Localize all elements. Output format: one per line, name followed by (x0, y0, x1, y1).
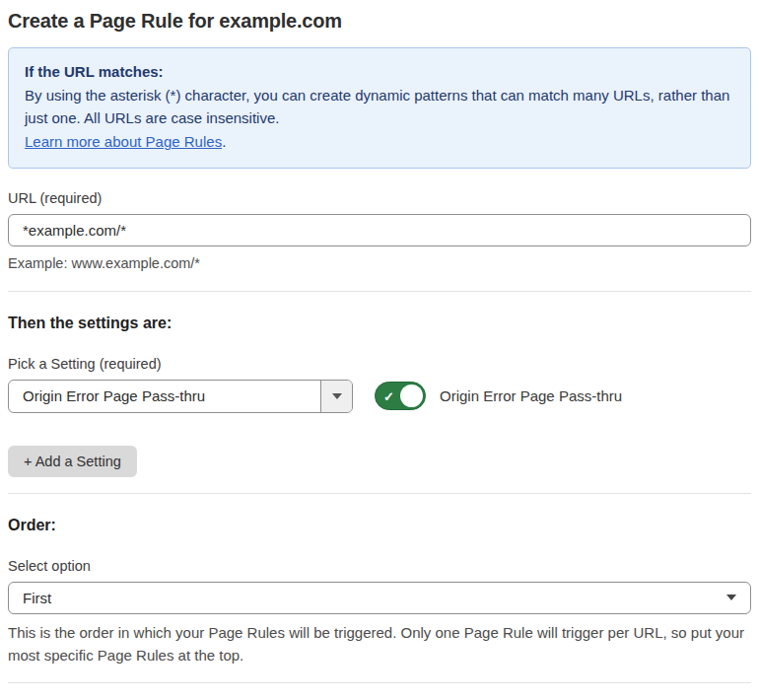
info-box-body: By using the asterisk (*) character, you… (25, 84, 734, 130)
chevron-down-icon (332, 393, 342, 399)
add-setting-button[interactable]: + Add a Setting (8, 446, 137, 477)
link-period: . (222, 133, 226, 150)
order-select-value: First (23, 590, 51, 606)
url-input[interactable] (8, 214, 751, 246)
check-icon: ✓ (383, 389, 394, 402)
create-page-rule-form: Create a Page Rule for example.com If th… (0, 0, 759, 700)
setting-picker-dropdown-button[interactable] (320, 381, 352, 412)
info-box-link-line: Learn more about Page Rules. (25, 130, 734, 154)
learn-more-link[interactable]: Learn more about Page Rules (25, 133, 222, 150)
divider (8, 291, 751, 292)
url-label: URL (required) (8, 190, 751, 206)
order-helper-text: This is the order in which your Page Rul… (8, 621, 751, 667)
info-box-heading: If the URL matches: (25, 60, 734, 84)
setting-row: Origin Error Page Pass-thru ✓ Origin Err… (8, 380, 751, 413)
settings-heading: Then the settings are: (8, 315, 751, 332)
url-match-info-box: If the URL matches: By using the asteris… (8, 47, 751, 169)
select-option-label: Select option (8, 558, 751, 574)
pick-setting-label: Pick a Setting (required) (8, 356, 751, 372)
order-heading: Order: (8, 517, 751, 534)
setting-picker-value: Origin Error Page Pass-thru (9, 381, 320, 412)
divider (8, 493, 751, 494)
setting-picker[interactable]: Origin Error Page Pass-thru (8, 380, 353, 413)
page-title: Create a Page Rule for example.com (8, 10, 751, 33)
url-example-helper: Example: www.example.com/* (8, 253, 751, 275)
toggle-knob (400, 385, 423, 407)
setting-toggle[interactable]: ✓ (375, 382, 426, 410)
order-select[interactable]: First (8, 582, 751, 614)
chevron-down-icon (726, 595, 736, 600)
setting-toggle-label: Origin Error Page Pass-thru (440, 387, 622, 404)
divider (8, 682, 751, 683)
